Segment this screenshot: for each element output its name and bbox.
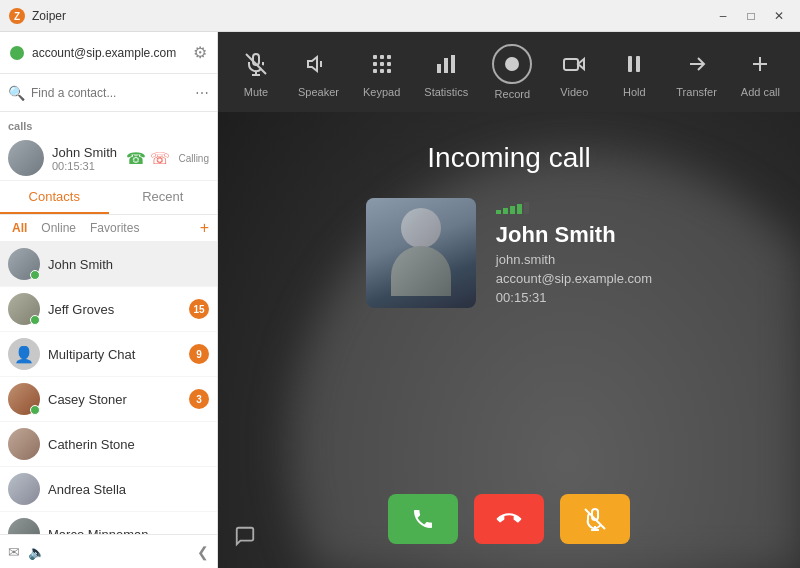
grid-icon[interactable]: ⋯: [195, 85, 209, 101]
message-icon[interactable]: ✉: [8, 544, 20, 560]
caller-info: John Smith john.smith account@sip.exampl…: [496, 202, 652, 305]
signal-bar-5: [524, 202, 529, 214]
contact-avatar: [8, 518, 40, 534]
toolbar-keypad[interactable]: Keypad: [363, 46, 400, 98]
svg-rect-22: [628, 56, 632, 72]
active-call-item[interactable]: John Smith 00:15:31 ☎ ☏ Calling: [0, 136, 217, 181]
contact-status-dot: [30, 270, 40, 280]
contact-avatar: [8, 473, 40, 505]
maximize-button[interactable]: □: [738, 5, 764, 27]
contact-item[interactable]: Jeff Groves 15: [0, 287, 217, 332]
caller-account: account@sip.example.com: [496, 271, 652, 286]
call-time: 00:15:31: [52, 160, 118, 172]
contact-avatar-wrap: [8, 293, 40, 325]
toolbar-hold[interactable]: Hold: [616, 46, 652, 98]
mute-label: Mute: [244, 86, 268, 98]
contact-item[interactable]: Andrea Stella: [0, 467, 217, 512]
add-filter-icon[interactable]: +: [200, 219, 209, 237]
caller-name: John Smith: [496, 222, 652, 248]
add-call-label: Add call: [741, 86, 780, 98]
toolbar-transfer[interactable]: Transfer: [676, 46, 717, 98]
action-buttons: [388, 494, 630, 544]
filter-all[interactable]: All: [8, 219, 31, 237]
statistics-icon: [428, 46, 464, 82]
minimize-button[interactable]: –: [710, 5, 736, 27]
contact-avatar-wrap: [8, 383, 40, 415]
toolbar-statistics[interactable]: Statistics: [424, 46, 468, 98]
svg-rect-16: [387, 69, 391, 73]
contact-name: Andrea Stella: [48, 482, 209, 497]
record-label: Record: [495, 88, 530, 100]
svg-text:Z: Z: [14, 11, 20, 22]
contact-item[interactable]: Marco Minneman: [0, 512, 217, 534]
search-bar: 🔍 ⋯: [0, 74, 217, 112]
signal-bars: [496, 202, 652, 214]
contact-avatar-wrap: [8, 248, 40, 280]
svg-rect-20: [564, 59, 578, 70]
filter-online[interactable]: Online: [37, 219, 80, 237]
hold-label: Hold: [623, 86, 646, 98]
svg-rect-12: [380, 62, 384, 66]
incoming-call-label: Incoming call: [427, 142, 590, 174]
contact-list: John Smith Jeff Groves 15 👤 Multiparty: [0, 242, 217, 534]
sidebar: account@sip.example.com ⚙ 🔍 ⋯ calls John…: [0, 32, 218, 568]
contact-item[interactable]: John Smith: [0, 242, 217, 287]
chat-icon[interactable]: [234, 525, 256, 552]
svg-rect-18: [444, 58, 448, 73]
toolbar-speaker[interactable]: Speaker: [298, 46, 339, 98]
contact-badge: 9: [189, 344, 209, 364]
contact-status-dot: [30, 315, 40, 325]
call-reject-icon[interactable]: ☏: [150, 149, 170, 168]
contact-item[interactable]: 👤 Multiparty Chat 9: [0, 332, 217, 377]
sidebar-bottom: ✉ 🔈 ❮: [0, 534, 217, 568]
filter-favorites[interactable]: Favorites: [86, 219, 143, 237]
contact-avatar-wrap: [8, 473, 40, 505]
toolbar-record[interactable]: Record: [492, 44, 532, 100]
account-bar: account@sip.example.com ⚙: [0, 32, 217, 74]
contact-item[interactable]: Catherin Stone: [0, 422, 217, 467]
call-status: Calling: [178, 153, 209, 164]
close-button[interactable]: ✕: [766, 5, 792, 27]
message-button[interactable]: [560, 494, 630, 544]
video-icon: [556, 46, 592, 82]
tab-contacts[interactable]: Contacts: [0, 181, 109, 214]
tab-recent[interactable]: Recent: [109, 181, 218, 214]
contact-name: Jeff Groves: [48, 302, 181, 317]
caller-username: john.smith: [496, 252, 652, 267]
hold-icon: [616, 46, 652, 82]
toolbar-add-call[interactable]: Add call: [741, 46, 780, 98]
svg-rect-17: [437, 64, 441, 73]
calls-section: calls: [0, 112, 217, 136]
signal-bar-4: [517, 204, 522, 214]
app-logo: Z: [8, 7, 26, 25]
volume-icon[interactable]: 🔈: [28, 544, 45, 560]
accept-button[interactable]: [388, 494, 458, 544]
keypad-label: Keypad: [363, 86, 400, 98]
expand-icon[interactable]: ❮: [197, 544, 209, 560]
search-icon: 🔍: [8, 85, 25, 101]
contact-avatar: [8, 428, 40, 460]
contact-name: Casey Stoner: [48, 392, 181, 407]
record-icon: [492, 44, 532, 84]
reject-button[interactable]: [474, 494, 544, 544]
svg-rect-23: [636, 56, 640, 72]
add-call-icon: [742, 46, 778, 82]
title-bar: Z Zoiper – □ ✕: [0, 0, 800, 32]
speaker-label: Speaker: [298, 86, 339, 98]
contact-item[interactable]: Casey Stoner 3: [0, 377, 217, 422]
contacts-tabs: Contacts Recent: [0, 181, 217, 215]
toolbar-mute[interactable]: Mute: [238, 46, 274, 98]
filter-tabs: All Online Favorites +: [0, 215, 217, 242]
search-input[interactable]: [31, 86, 189, 100]
main-area: Mute Speaker: [218, 32, 800, 568]
transfer-label: Transfer: [676, 86, 717, 98]
call-accept-icon[interactable]: ☎: [126, 149, 146, 168]
contact-avatar-wrap: [8, 518, 40, 534]
toolbar-video[interactable]: Video: [556, 46, 592, 98]
contact-badge: 3: [189, 389, 209, 409]
call-info: John Smith 00:15:31: [52, 145, 118, 172]
call-actions: ☎ ☏: [126, 149, 170, 168]
settings-icon[interactable]: ⚙: [193, 43, 207, 62]
account-status-dot: [10, 46, 24, 60]
call-avatar: [8, 140, 44, 176]
